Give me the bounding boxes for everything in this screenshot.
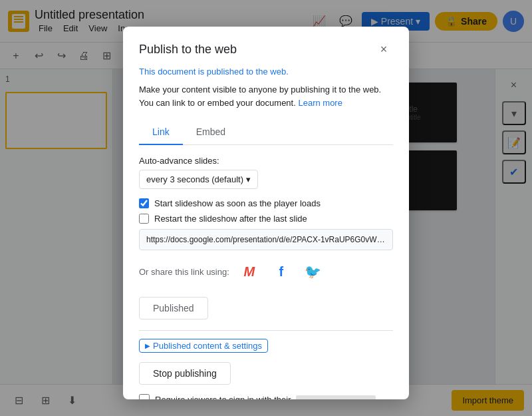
require-signin-label: Require viewers to sign in with their xyxy=(155,395,291,400)
modal-overlay: Publish to the web × This document is pu… xyxy=(0,0,532,416)
auto-advance-dropdown[interactable]: every 3 seconds (default) ▾ xyxy=(139,170,258,189)
published-toggle-row: ▶ Published content & settings xyxy=(139,339,393,353)
stop-publishing-button[interactable]: Stop publishing xyxy=(139,362,231,385)
gmail-share-icon[interactable]: M xyxy=(237,260,261,284)
checkbox-slideshow-start-label: Start slideshow as soon as the player lo… xyxy=(154,198,321,208)
checkbox-slideshow-start: Start slideshow as soon as the player lo… xyxy=(139,198,393,208)
facebook-share-icon[interactable]: f xyxy=(269,260,293,284)
require-signin-checkbox[interactable] xyxy=(139,394,150,399)
checkbox-slideshow-restart-input[interactable] xyxy=(139,214,149,224)
dialog-header: Publish to the web × xyxy=(123,27,409,67)
require-signin-row: Require viewers to sign in with their xyxy=(139,394,393,399)
publish-dialog: Publish to the web × This document is pu… xyxy=(123,27,409,399)
published-content-label: Published content & settings xyxy=(153,341,262,351)
share-icons-row: Or share this link using: M f 🐦 xyxy=(139,260,393,284)
twitter-share-icon[interactable]: 🐦 xyxy=(301,260,325,284)
share-label: Or share this link using: xyxy=(139,267,229,277)
published-content-toggle[interactable]: ▶ Published content & settings xyxy=(139,339,268,353)
checkbox-slideshow-start-input[interactable] xyxy=(139,198,149,208)
dialog-description: Make your content visible to anyone by p… xyxy=(139,83,393,109)
url-box[interactable]: https://docs.google.com/presentation/d/e… xyxy=(139,229,393,250)
section-divider xyxy=(139,330,393,331)
triangle-icon: ▶ xyxy=(145,342,150,349)
learn-more-link[interactable]: Learn more xyxy=(298,98,342,108)
checkbox-slideshow-restart: Restart the slideshow after the last sli… xyxy=(139,214,393,224)
tab-link[interactable]: Link xyxy=(139,120,183,145)
published-content-section: ▶ Published content & settings Stop publ… xyxy=(139,339,393,399)
dropdown-chevron-icon: ▾ xyxy=(246,174,251,184)
dialog-body: This document is published to the web. M… xyxy=(123,67,409,399)
auto-advance-label: Auto-advance slides: xyxy=(139,156,393,166)
dialog-tabs: Link Embed xyxy=(139,120,393,145)
dialog-title: Publish to the web xyxy=(139,43,237,57)
published-notice: This document is published to the web. xyxy=(139,67,393,77)
checkbox-slideshow-restart-label: Restart the slideshow after the last sli… xyxy=(154,214,307,224)
tab-embed[interactable]: Embed xyxy=(183,120,239,145)
require-signin-blurred-domain xyxy=(296,395,376,400)
dialog-close-button[interactable]: × xyxy=(374,40,393,59)
published-button[interactable]: Published xyxy=(139,297,208,319)
